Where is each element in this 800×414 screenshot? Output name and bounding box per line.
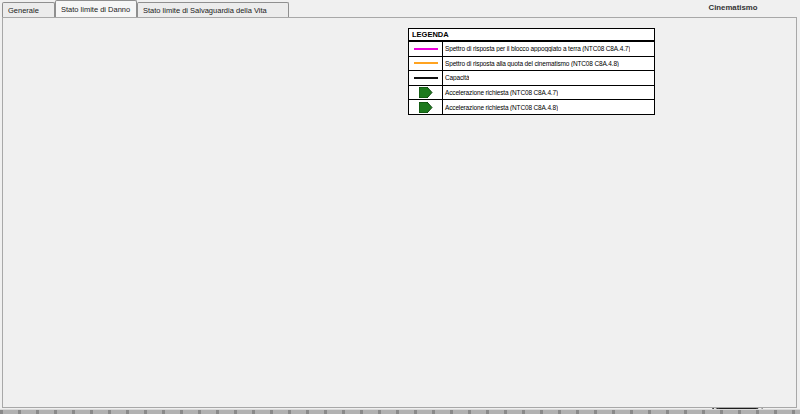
cinematismo-title: Cinematismo xyxy=(668,3,798,12)
required-accel-marker-icon xyxy=(409,86,443,100)
required-accel-marker-icon xyxy=(409,100,443,114)
legend-item: Accelerazione richiesta (NTC08 C8A.4.8) xyxy=(409,99,654,114)
spectrum-ground-line-icon xyxy=(409,42,443,56)
tab-stato-limite-salvaguardia[interactable]: Stato limite di Salvaguardia della Vita xyxy=(137,2,289,17)
capacity-line-icon xyxy=(409,71,443,85)
tab-stato-limite-danno[interactable]: Stato limite di Danno xyxy=(55,0,137,17)
tab-generale[interactable]: Generale xyxy=(2,2,55,17)
legend-item: Capacità xyxy=(409,70,654,85)
legend-item: Spettro di risposta per il blocco appogg… xyxy=(409,41,654,56)
spectrum-quota-line-icon xyxy=(409,57,443,71)
legend-title: LEGENDA xyxy=(409,29,654,41)
app-window: Generale Stato limite di Danno Stato lim… xyxy=(0,0,800,414)
taskbar-sliver xyxy=(0,409,800,414)
legend-item: Accelerazione richiesta (NTC08 C8A.4.7) xyxy=(409,85,654,100)
content-panel xyxy=(2,17,797,408)
legend-item: Spettro di risposta alla quota del cinem… xyxy=(409,56,654,71)
chart-legend: LEGENDA Spettro di risposta per il blocc… xyxy=(408,28,655,115)
